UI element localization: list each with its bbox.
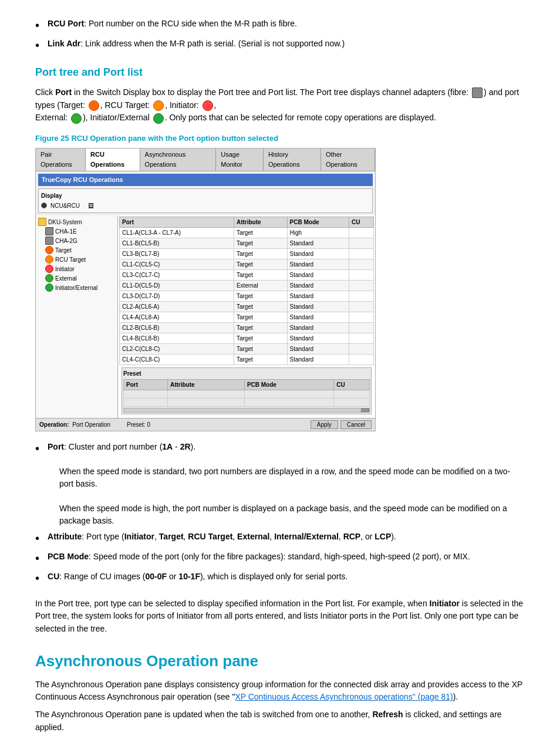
port-table-cell: Target (234, 343, 287, 354)
tabs-row: Pair Operations RCU Operations Asynchron… (36, 148, 375, 171)
cu-00-0f: 00-0F (146, 572, 167, 581)
tree-item-cha2g[interactable]: CHA-2G (38, 237, 115, 245)
port-tree-description: In the Port tree, port type can be selec… (35, 598, 525, 636)
attr-initiator: Initiator (124, 532, 154, 541)
tree-item-target[interactable]: Target (38, 246, 115, 255)
operation-value: Port Operation (72, 421, 110, 428)
tree-item-rcu-target[interactable]: RCU Target (38, 255, 115, 264)
bullet-link-adr: • Link Adr: Link address when the M-R pa… (35, 38, 525, 54)
port-table-cell: Standard (287, 301, 349, 312)
port-1a: 1A (162, 442, 173, 451)
tab-other-operations[interactable]: Other Operations (321, 148, 375, 171)
bullet-dot-port: • (35, 440, 39, 457)
preset-empty-attr2 (167, 398, 244, 406)
tab-history-operations[interactable]: History Operations (264, 148, 321, 171)
port-table-cell (349, 354, 374, 364)
port-table-cell: Standard (287, 259, 349, 269)
port-table-cell (349, 269, 374, 280)
port-table-row: CL1-A(CL3-A - CL7-A)TargetHigh (120, 227, 374, 238)
tab-usage-monitor[interactable]: Usage Monitor (216, 148, 264, 171)
figure-buttons: Apply Cancel (311, 420, 372, 429)
bullet-attribute-text: Attribute: Port type (Initiator, Target,… (48, 531, 396, 543)
bullet-port-text: Port: Cluster and port number (1A - 2R).… (48, 441, 525, 527)
port-table-cell: CL4-B(CL8-B) (120, 333, 234, 343)
tab-async-operations[interactable]: Asynchronous Operations (140, 148, 217, 171)
radio-ncu-rcu[interactable] (41, 202, 47, 208)
tree-label-cha1e: CHA-1E (55, 227, 77, 236)
link-adr-label: Link Adr (48, 39, 80, 48)
tree-item-cha1e[interactable]: CHA-1E (38, 227, 115, 236)
port-table-cell: CL3-D(CL7-D) (120, 291, 234, 301)
port-table-cell: Standard (287, 238, 349, 248)
external-tree-icon (45, 274, 53, 282)
bullet-port: • Port: Cluster and port number (1A - 2R… (35, 441, 525, 527)
tree-label-external: External (55, 274, 77, 283)
operation-info: Operation: Port Operation Preset: 0 (39, 420, 150, 429)
port-table-cell (349, 259, 374, 269)
rcu-operations-heading: TrueCopy RCU Operations (38, 174, 373, 186)
port-table-cell (349, 322, 374, 333)
rcu-port-rest: : Port number on the RCU side when the M… (84, 19, 297, 28)
bullet-cu: • CU: Range of CU images (00-0F or 10-1F… (35, 571, 525, 587)
rcu-target-icon (153, 100, 164, 111)
tab-pair-operations[interactable]: Pair Operations (36, 148, 86, 171)
top-bullets: • RCU Port: Port number on the RCU side … (35, 18, 525, 54)
tree-item-dku[interactable]: DKU-System (38, 218, 115, 227)
attr-external: External (237, 532, 269, 541)
port-table-cell (349, 280, 374, 291)
port-table-cell: CL3-C(CL7-C) (120, 269, 234, 280)
port-tree-para1: Click Port in the Switch Display box to … (35, 86, 525, 124)
tree-item-external[interactable]: External (38, 274, 115, 283)
async-link[interactable]: XP Continuous Access Asynchronous operat… (235, 692, 453, 701)
port-table-row: CL4-A(CL8-A)TargetStandard (120, 312, 374, 322)
target-icon (89, 100, 99, 111)
figure-bottom-bar: Operation: Port Operation Preset: 0 Appl… (36, 418, 375, 431)
preset-table: Port Attribute PCB Mode CU (123, 379, 370, 407)
target-tree-icon (45, 246, 53, 254)
port-table-cell (349, 343, 374, 354)
preset-section: Preset Port Attribute PCB Mode CU (122, 367, 372, 414)
port-table-cell (349, 227, 374, 238)
fig-inner: DKU-System CHA-1E CHA-2G Target RCU Targ… (36, 215, 375, 418)
apply-button[interactable]: Apply (311, 420, 338, 429)
tree-label-init-ext: Initiator/External (55, 283, 97, 292)
port-table-cell: CL4-A(CL8-A) (120, 312, 234, 322)
port-table-cell (349, 291, 374, 301)
port-table-cell: Target (234, 238, 287, 248)
port-table-cell: External (234, 280, 287, 291)
port-table-cell: Standard (287, 333, 349, 343)
bullet-dot-2: • (35, 36, 39, 54)
port-table-cell (349, 238, 374, 248)
port-table-cell: High (287, 227, 349, 238)
tab-rcu-operations[interactable]: RCU Operations (86, 148, 140, 171)
tree-item-initiator[interactable]: Initiator (38, 265, 115, 274)
tree-label-initiator: Initiator (55, 265, 75, 274)
port-table-cell: Standard (287, 354, 349, 364)
bullet-dot-attr: • (35, 529, 39, 547)
scrollbar-thumb[interactable] (361, 409, 369, 412)
tree-item-init-ext[interactable]: Initiator/External (38, 283, 115, 292)
port-table-row: CL3-B(CL7-B)TargetStandard (120, 248, 374, 259)
col-pcb-mode: PCB Mode (287, 217, 349, 227)
folder-icon-dku (38, 218, 46, 226)
port-table-cell: Standard (287, 280, 349, 291)
init-ext-tree-icon (45, 283, 53, 292)
port-table-cell: Target (234, 259, 287, 269)
port-table-cell (349, 301, 374, 312)
bullet-pcb-text: PCB Mode: Speed mode of the port (only f… (48, 551, 470, 563)
fibre-icon-cha2g (45, 237, 53, 245)
figure-caption: Figure 25 RCU Operation pane with the Po… (35, 133, 525, 144)
port-table-cell: CL1-C(CL5-C) (120, 259, 234, 269)
port-table-row: CL1-B(CL5-B)TargetStandard (120, 238, 374, 248)
pcb-label: PCB Mode (48, 552, 89, 561)
figure-box: Pair Operations RCU Operations Asynchron… (35, 148, 376, 431)
port-table-row: CL3-D(CL7-D)TargetStandard (120, 291, 374, 301)
cancel-button[interactable]: Cancel (340, 420, 372, 429)
scrollbar-h[interactable] (123, 408, 370, 413)
bullet-link-adr-text: Link Adr: Link address when the M-R path… (48, 38, 345, 50)
port-table-cell: Standard (287, 248, 349, 259)
tree-label-dku: DKU-System (48, 218, 82, 227)
port-table-cell: CL2-B(CL6-B) (120, 322, 234, 333)
async-para1: The Asynchronous Operation pane displays… (35, 679, 525, 704)
preset-row-empty (124, 390, 370, 398)
